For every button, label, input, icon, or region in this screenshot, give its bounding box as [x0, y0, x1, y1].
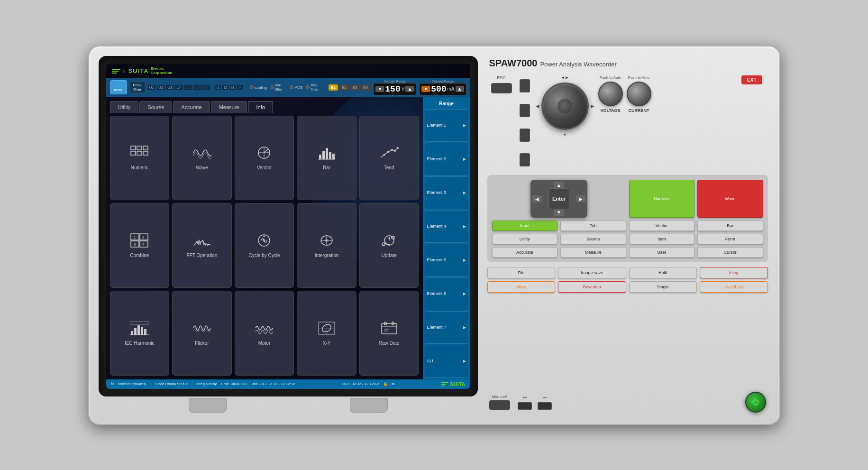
func-flicker[interactable]: Flicker — [172, 291, 232, 376]
push-auto-voltage-label: Push to Auto — [600, 75, 621, 80]
sidebar-element3[interactable]: Element 3 ▶ — [425, 176, 468, 209]
store-button[interactable]: Store — [487, 281, 556, 293]
tab-sourse[interactable]: Sourse — [139, 101, 172, 113]
side-btn-4[interactable] — [520, 153, 530, 166]
tab-button[interactable]: Tab — [560, 221, 626, 231]
hold-button[interactable]: Hold — [629, 267, 697, 278]
form-button[interactable]: Form — [697, 234, 763, 244]
tab-utility[interactable]: Utility — [110, 101, 139, 113]
left-content: Utility Sourse Accurate Measure Info — [106, 97, 423, 379]
svg-text:2: 2 — [142, 235, 145, 240]
file-button[interactable]: File — [487, 267, 556, 278]
current-down-arrow[interactable]: ▼ — [421, 86, 430, 92]
toolbar: ··· menu Peak Over U1 U2 U3 U4 U5 U6 — [106, 78, 470, 97]
menu-button[interactable]: ··· menu — [110, 80, 127, 94]
raw-data-button[interactable]: Raw data — [558, 281, 626, 293]
usb-slot-2[interactable] — [538, 402, 552, 410]
ext-button[interactable]: EXT — [741, 75, 762, 84]
ch-u6: U6 — [193, 85, 201, 90]
nav-up-button[interactable]: ▲ — [554, 182, 564, 189]
ch-i2: I2 — [222, 85, 228, 90]
measure-button[interactable]: Measure — [560, 247, 626, 258]
svg-line-12 — [264, 149, 268, 153]
e3-btn[interactable]: E3 — [350, 84, 360, 91]
voltage-knob[interactable] — [598, 82, 623, 106]
nav-left-button[interactable]: ◀ — [532, 195, 542, 202]
channel-indicators: U1 U2 U3 U4 U5 U6 U7 — [148, 85, 210, 90]
right-sidebar: Range Element 1 ▶ Element 2 ▶ Element 3 … — [423, 97, 470, 379]
func-vector[interactable]: Verctor — [235, 116, 294, 201]
func-motor[interactable]: Motor — [235, 291, 294, 376]
svg-point-40 — [382, 243, 385, 246]
voltage-down-arrow[interactable]: ▼ — [375, 86, 384, 92]
screen-header: ≡ SUITA Electric Corporation — [106, 64, 470, 78]
flicker-label: Flicker — [195, 341, 209, 346]
svg-rect-4 — [137, 146, 142, 150]
func-bar[interactable]: Bar — [297, 116, 356, 201]
status-time: Time 10000:0.0 — [220, 382, 247, 386]
source-button[interactable]: Source — [560, 234, 626, 244]
svg-rect-14 — [322, 151, 325, 159]
accurate-button[interactable]: Accurate — [492, 247, 558, 258]
wave-ctrl-button[interactable]: Wave — [697, 180, 763, 218]
numeric-ctrl-button[interactable]: Numeric — [629, 180, 695, 218]
sidebar-element1[interactable]: Element 1 ▶ — [425, 109, 468, 142]
side-btn-2[interactable] — [520, 104, 530, 117]
svg-text:4: 4 — [142, 242, 145, 247]
nav-right-button[interactable]: ▶ — [576, 195, 585, 202]
func-iec[interactable]: IEC Harmonic — [110, 291, 170, 376]
single-button[interactable]: Single — [629, 281, 697, 293]
image-save-button[interactable]: Image save — [558, 267, 626, 278]
func-tend[interactable]: Tend — [359, 116, 419, 201]
sidebar-element5[interactable]: Element 5 ▶ — [425, 244, 468, 276]
current-knob[interactable] — [627, 82, 651, 106]
tab-info[interactable]: Info — [248, 101, 273, 113]
freq-dot — [306, 85, 310, 89]
func-xy[interactable]: X-Y — [297, 291, 356, 376]
func-rawdate[interactable]: Raw Date — [359, 291, 419, 376]
input-button[interactable]: Input — [492, 221, 558, 231]
sub-channel-indicators: I1 I2 I3 I4 — [215, 85, 243, 90]
e2-btn[interactable]: E2 — [339, 84, 349, 91]
func-numeric[interactable]: Numeric — [110, 116, 170, 201]
tab-measure[interactable]: Measure — [211, 101, 247, 113]
sidebar-element6[interactable]: Element 6 ▶ — [425, 277, 468, 310]
current-range-section: Current Range ▼ 500 mA ▲ — [419, 80, 466, 95]
e1-btn[interactable]: E1 — [329, 84, 338, 91]
user-button[interactable]: User — [629, 247, 695, 258]
sidebar-element7[interactable]: Element 7 ▶ — [425, 311, 468, 344]
func-integration[interactable]: Intergration — [297, 203, 356, 288]
func-cycle[interactable]: Cycle by Cycle — [235, 203, 294, 288]
func-wave[interactable]: Wave — [172, 116, 232, 201]
e4-btn[interactable]: E4 — [361, 84, 371, 91]
item-button[interactable]: Item — [629, 234, 695, 244]
func-fft[interactable]: FFT Operation — [172, 203, 232, 288]
usb-slot-1[interactable] — [518, 402, 532, 410]
nav-down-button[interactable]: ▼ — [554, 209, 564, 216]
tab-accurate[interactable]: Accurate — [173, 101, 210, 113]
vector-ctrl-button[interactable]: Vector — [629, 221, 695, 231]
current-up-arrow[interactable]: ▲ — [456, 86, 464, 92]
main-knob[interactable] — [541, 83, 589, 130]
func-combine[interactable]: 1 2 3 4 Combine — [110, 203, 170, 288]
enter-button[interactable]: Enter — [548, 188, 569, 209]
sidebar-all[interactable]: ALL ▶ — [425, 345, 468, 378]
bar-ctrl-button[interactable]: Bar — [697, 221, 763, 231]
menu-label: menu — [114, 88, 123, 92]
power-button[interactable]: ⏻ — [745, 392, 766, 413]
local-lock-button[interactable]: Local/Lock — [700, 281, 768, 293]
esc-button[interactable] — [491, 83, 512, 93]
func-update[interactable]: Update — [359, 203, 419, 288]
sidebar-element2[interactable]: Element 2 ▶ — [425, 143, 468, 175]
utility-button[interactable]: Utility — [492, 234, 558, 244]
side-btn-1[interactable] — [520, 79, 530, 92]
voltage-up-arrow[interactable]: ▲ — [405, 86, 414, 92]
side-btn-3[interactable] — [520, 129, 530, 142]
integ-ctrl-button[interactable]: Integ — [700, 267, 768, 278]
svg-rect-5 — [143, 146, 148, 150]
sidebar-element4[interactable]: Element 4 ▶ — [425, 210, 468, 243]
menu-off-button[interactable] — [489, 400, 510, 410]
current-range-label: Current Range — [419, 80, 466, 83]
update-icon — [380, 233, 399, 251]
cursor-button[interactable]: Cursor — [697, 247, 763, 258]
